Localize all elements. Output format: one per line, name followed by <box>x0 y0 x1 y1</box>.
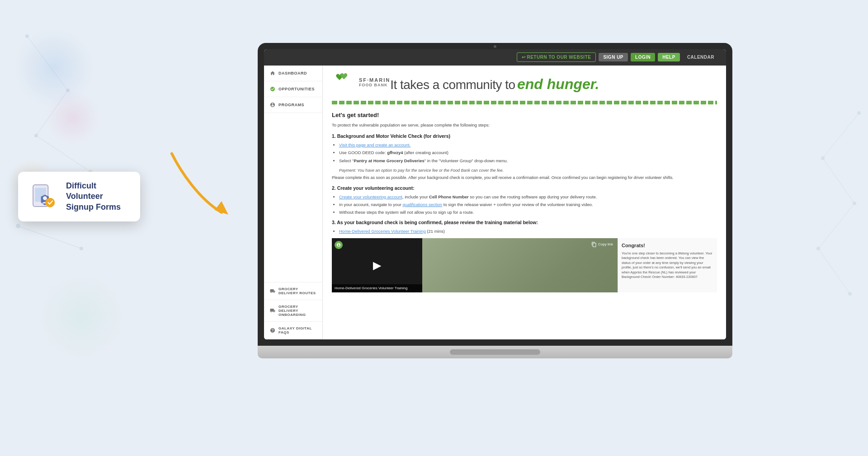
annotation-icon-wrapper <box>27 181 59 212</box>
sidebar-item-grocery-onboarding[interactable]: GROCERY DELIVERY ONBOARDING <box>264 300 322 322</box>
video-section[interactable]: ▶ Home-Delivered Groceries Volunteer Tra… <box>332 238 717 292</box>
video-title: Home-Delivered Groceries Volunteer Train… <box>332 284 422 292</box>
svg-point-11 <box>80 247 83 250</box>
logo-icon <box>332 73 354 92</box>
annotation-icon <box>27 181 59 212</box>
video-logo <box>335 241 343 249</box>
bullet-create-account: Create your volunteering account, includ… <box>339 194 717 200</box>
sidebar: DASHBOARD OPPORTUNITIES <box>264 66 323 339</box>
section3-bullets: Home-Delivered Groceries Volunteer Train… <box>332 228 717 235</box>
svg-line-0 <box>27 36 68 90</box>
laptop-display: ↩ RETURN TO OUR WEBSITE SIGN UP LOGIN HE… <box>122 0 868 456</box>
page-content: Let's get started! To protect the vulner… <box>323 104 726 299</box>
laptop-body: ↩ RETURN TO OUR WEBSITE SIGN UP LOGIN HE… <box>258 43 732 346</box>
svg-line-4 <box>18 226 81 249</box>
bullet-training: Home-Delivered Groceries Volunteer Train… <box>339 228 717 235</box>
page-intro: To protect the vulnerable population we … <box>332 122 717 128</box>
bullet-qualifications: In your account, navigate to your qualif… <box>339 202 717 208</box>
laptop-outer: ↩ RETURN TO OUR WEBSITE SIGN UP LOGIN HE… <box>258 43 732 414</box>
content-panel: SF·MARIN FOOD BANK It takes a community … <box>323 66 726 339</box>
main-area: DASHBOARD OPPORTUNITIES <box>264 66 726 339</box>
section1-bullets: Visit this page and create an account. U… <box>332 142 717 164</box>
congrats-box: Congrats! You're one step closer to beco… <box>618 238 717 292</box>
congrats-title: Congrats! <box>622 242 713 249</box>
svg-point-24 <box>45 198 55 207</box>
calendar-link[interactable]: CALENDAR <box>683 53 719 61</box>
section1-note: Payment: You have an option to pay for t… <box>339 168 717 174</box>
home-icon <box>269 70 276 76</box>
help-button[interactable]: HELP <box>658 53 680 61</box>
bullet-without-steps: Without these steps the system will not … <box>339 209 717 216</box>
return-website-button[interactable]: ↩ RETURN TO OUR WEBSITE <box>517 52 596 62</box>
laptop-screen: ↩ RETURN TO OUR WEBSITE SIGN UP LOGIN HE… <box>264 49 726 339</box>
congrats-text: You're one step closer to becoming a lif… <box>622 251 713 280</box>
banner-text: It takes a community to end hunger. <box>390 76 717 93</box>
login-button[interactable]: LOGIN <box>631 53 655 61</box>
section2-bullets: Create your volunteering account, includ… <box>332 194 717 216</box>
annotation-card: Difficult VolunteerSignup Forms <box>18 172 140 221</box>
top-nav-bar: ↩ RETURN TO OUR WEBSITE SIGN UP LOGIN HE… <box>264 49 726 66</box>
section2-heading: 2. Create your volunteering account: <box>332 185 717 192</box>
svg-point-7 <box>34 134 38 137</box>
bullet-good-deed: Use GOOD DEED code: gfhvzy4 (after creat… <box>339 150 717 156</box>
tagline-italic: end hunger. <box>517 76 599 92</box>
check-circle-icon <box>269 86 276 92</box>
tagline-normal: It takes a community to <box>390 78 515 92</box>
bullet-visit-page: Visit this page and create an account. <box>339 142 717 148</box>
question-icon <box>269 327 276 334</box>
bullet-select-pantry: Select "Pantry at Home Grocery Deliverie… <box>339 158 717 164</box>
signup-button[interactable]: SIGN UP <box>599 53 628 61</box>
truck-icon-2 <box>269 307 276 314</box>
play-icon[interactable]: ▶ <box>373 257 381 273</box>
svg-point-10 <box>16 224 20 228</box>
sidebar-item-grocery-routes[interactable]: GROCERY DELIVERY ROUTES <box>264 282 322 300</box>
video-thumbnail[interactable]: ▶ Home-Delivered Groceries Volunteer Tra… <box>332 238 422 292</box>
annotation-text: Difficult VolunteerSignup Forms <box>66 181 131 212</box>
page-title: Let's get started! <box>332 111 717 120</box>
section1-heading: 1. Background and Motor Vehicle Check (f… <box>332 133 717 140</box>
screen-content: ↩ RETURN TO OUR WEBSITE SIGN UP LOGIN HE… <box>264 49 726 339</box>
laptop-base <box>258 346 732 358</box>
svg-point-6 <box>66 89 70 92</box>
section3-heading: 3. As your background check is being con… <box>332 219 717 226</box>
svg-line-1 <box>36 90 68 136</box>
sidebar-item-opportunities[interactable]: OPPORTUNITIES <box>264 81 322 97</box>
stripe-bar <box>332 101 717 104</box>
logo-area: SF·MARIN FOOD BANK <box>332 73 390 92</box>
sidebar-item-dashboard[interactable]: DASHBOARD <box>264 66 322 81</box>
sidebar-item-programs[interactable]: PROGRAMS <box>264 97 322 113</box>
header-banner: SF·MARIN FOOD BANK It takes a community … <box>323 66 726 104</box>
user-circle-icon <box>269 102 276 108</box>
logo-text: SF·MARIN FOOD BANK <box>359 77 390 87</box>
svg-point-23 <box>43 196 47 200</box>
truck-icon-1 <box>269 288 276 294</box>
svg-point-5 <box>25 34 29 38</box>
copy-link[interactable]: Copy link <box>591 242 613 247</box>
section1-paragraph: Please complete this as soon as possible… <box>332 175 717 181</box>
svg-line-2 <box>36 136 90 172</box>
sidebar-item-faqs[interactable]: GALAXY DIGITAL FAQS <box>264 322 322 339</box>
